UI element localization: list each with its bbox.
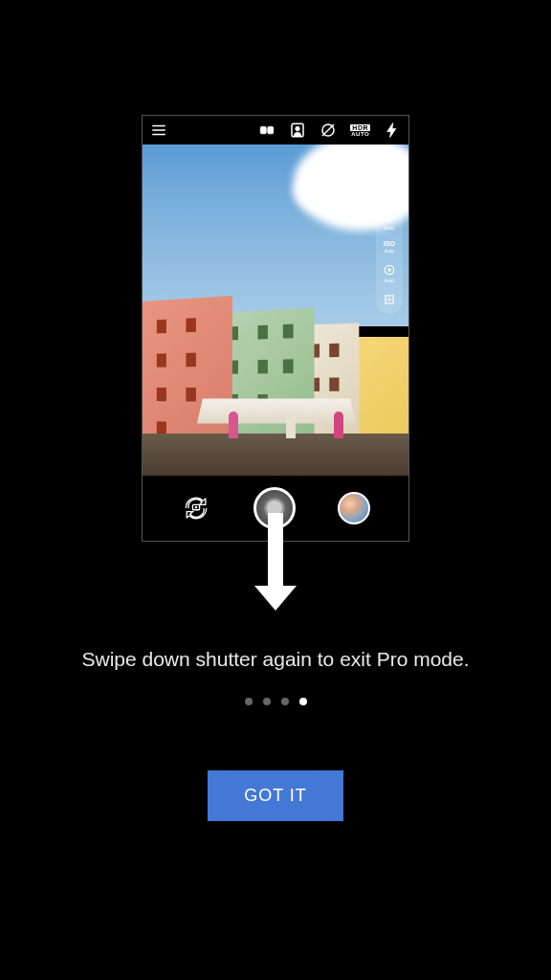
wb-icon [383,181,396,194]
switch-camera-icon [181,493,211,523]
pro-iso-label: Auto [385,248,394,254]
camera-top-bar: HDR AUTO [143,116,408,145]
hdr-icon: HDR AUTO [350,124,370,137]
hdr-label-bottom: AUTO [351,131,369,137]
svg-point-12 [195,506,198,509]
page-dot-2[interactable] [263,698,271,705]
shutter-speed-icon [383,211,396,224]
pro-focus-label: Auto [385,278,394,283]
pro-ev [383,293,396,306]
gallery-thumbnail [338,492,370,524]
pro-iso: ISO Auto [384,240,395,254]
pro-wb: Auto [383,181,396,201]
pro-focus: Auto [383,263,396,283]
no-filter-icon [320,122,337,139]
camera-app-mockup: HDR AUTO [142,115,409,542]
svg-rect-6 [385,185,393,191]
hamburger-icon [150,122,167,139]
portrait-icon [289,122,306,139]
flash-icon [384,122,401,139]
tutorial-hint-text: Swipe down shutter again to exit Pro mod… [43,645,507,673]
swipe-down-arrow-icon [254,513,297,611]
svg-rect-0 [261,126,267,134]
hdr-label-top: HDR [350,124,370,131]
page-dot-1[interactable] [245,698,253,705]
pro-wb-label: Auto [385,195,394,201]
buildings-scene [143,244,408,476]
page-dot-4[interactable] [299,698,307,705]
viewfinder: Auto Auto ISO Auto Auto [143,145,408,476]
iso-icon: ISO [384,240,395,247]
got-it-button[interactable]: GOT IT [208,770,343,821]
pro-shutter-speed: Auto [383,211,396,231]
page-dot-3[interactable] [281,698,289,705]
svg-point-9 [387,268,391,272]
page-indicator [245,698,307,705]
svg-rect-1 [268,126,274,134]
focus-icon [383,263,396,277]
pro-controls-sidebar: Auto Auto ISO Auto Auto [376,173,403,314]
dual-camera-icon [258,122,276,139]
ev-icon [383,293,396,306]
svg-point-3 [296,126,300,131]
tutorial-overlay: HDR AUTO [0,0,551,821]
pro-shutter-speed-label: Auto [385,225,394,231]
